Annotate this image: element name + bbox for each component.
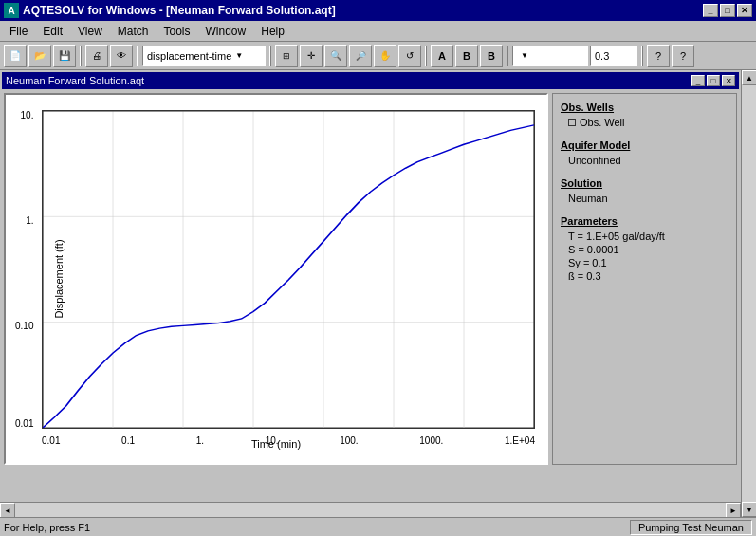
bottom-scrollbar: ◄ ►	[0, 502, 741, 517]
print-preview-button[interactable]: 👁	[110, 45, 133, 67]
menu-file[interactable]: File	[2, 23, 35, 40]
x-tick-1000: 1000.	[419, 435, 443, 446]
y-tick-1: 1.	[26, 215, 33, 226]
info-panel: Obs. Wells Obs. Well Aquifer Model Uncon…	[552, 93, 737, 465]
param-S: S = 0.0001	[568, 244, 728, 255]
scroll-down-button[interactable]: ▼	[742, 502, 756, 517]
window-title: AQTESOLV for Windows - [Neuman Forward S…	[23, 4, 703, 17]
parameters-title: Parameters	[561, 215, 728, 227]
save-button[interactable]: 💾	[53, 45, 76, 67]
status-help-text: For Help, press F1	[4, 522, 630, 533]
param-Sy: Sy = 0.1	[568, 257, 728, 268]
x-tick-01: 0.1	[121, 435, 135, 446]
menu-view[interactable]: View	[70, 23, 110, 40]
y-tick-01: 0.10	[15, 321, 33, 331]
help2-button[interactable]: ?	[672, 45, 694, 67]
maximize-button[interactable]: □	[720, 4, 735, 17]
param-dropdown-arrow-icon: ▼	[521, 51, 528, 60]
window-controls: _ □ ✕	[703, 4, 752, 17]
solution-title: Solution	[561, 177, 728, 189]
param-T: T = 1.E+05 gal/day/ft	[568, 231, 728, 242]
label-b2-button[interactable]: B	[480, 45, 503, 67]
obs-well-label: Obs. Well	[580, 117, 624, 128]
main-content: Displacement (ft) Time (min) 10. 1. 0.10…	[0, 89, 741, 469]
right-scrollbar: ▲ ▼	[741, 70, 756, 517]
zoom-out-button[interactable]: 🔎	[349, 45, 372, 67]
obs-well-item: Obs. Well	[568, 117, 728, 128]
new-button[interactable]: 📄	[4, 45, 27, 67]
pan-button[interactable]: ✋	[374, 45, 396, 67]
param-beta: ß = 0.3	[568, 270, 728, 282]
scroll-track-vertical[interactable]	[742, 85, 756, 502]
help-button[interactable]: ?	[647, 45, 670, 67]
title-bar: A AQTESOLV for Windows - [Neuman Forward…	[0, 0, 756, 21]
inner-close-button[interactable]: ✕	[722, 75, 735, 86]
solution-value: Neuman	[568, 193, 728, 204]
aquifer-model-title: Aquifer Model	[561, 139, 728, 151]
toolbar: 📄 📂 💾 🖨 👁 displacement-time ▼ ⊞ ✛ 🔍 🔎 ✋ …	[0, 42, 756, 70]
app-icon: A	[4, 3, 19, 18]
scroll-track-horizontal[interactable]	[15, 503, 726, 517]
open-button[interactable]: 📂	[28, 45, 51, 67]
scroll-right-button[interactable]: ►	[726, 503, 741, 518]
menu-edit[interactable]: Edit	[35, 23, 70, 40]
scroll-up-button[interactable]: ▲	[742, 70, 756, 85]
inner-window-title: Neuman Forward Solution.aqt	[6, 75, 144, 86]
print-button[interactable]: 🖨	[85, 45, 108, 67]
plot-type-dropdown[interactable]: displacement-time ▼	[142, 46, 266, 66]
inner-title-bar: Neuman Forward Solution.aqt _ □ ✕	[2, 72, 739, 89]
toolbar-separator-1	[80, 46, 82, 66]
plot-type-value: displacement-time	[147, 50, 231, 62]
grid-button[interactable]: ⊞	[275, 45, 298, 67]
minimize-button[interactable]: _	[703, 4, 718, 17]
crosshair-button[interactable]: ✛	[300, 45, 323, 67]
param-dropdown[interactable]: ▼	[512, 46, 588, 66]
obs-wells-title: Obs. Wells	[561, 102, 728, 113]
scroll-left-button[interactable]: ◄	[0, 503, 15, 518]
toolbar-separator-5	[507, 46, 508, 66]
x-tick-1e4: 1.E+04	[505, 435, 535, 446]
aquifer-model-value: Unconfined	[568, 155, 728, 166]
chart-wrapper: Displacement (ft) Time (min) 10. 1. 0.10…	[13, 102, 539, 455]
obs-well-square-icon	[568, 119, 576, 126]
x-tick-10: 10.	[266, 435, 279, 446]
status-right-text: Pumping Test Neuman	[638, 522, 744, 533]
menu-help[interactable]: Help	[253, 23, 292, 40]
y-tick-10: 10.	[21, 110, 34, 120]
menu-match[interactable]: Match	[110, 23, 157, 40]
x-tick-001: 0.01	[42, 435, 60, 446]
chart-container: Displacement (ft) Time (min) 10. 1. 0.10…	[4, 93, 548, 465]
status-right-panel: Pumping Test Neuman	[630, 520, 752, 535]
toolbar-separator-4	[425, 46, 427, 66]
inner-maximize-button[interactable]: □	[707, 75, 720, 86]
zoom-in-button[interactable]: 🔍	[324, 45, 347, 67]
menu-window[interactable]: Window	[198, 23, 254, 40]
toolbar-separator-2	[137, 46, 138, 66]
dropdown-arrow-icon: ▼	[235, 51, 243, 60]
menu-tools[interactable]: Tools	[157, 23, 198, 40]
menu-bar: File Edit View Match Tools Window Help	[0, 21, 756, 42]
status-bar: For Help, press F1 Pumping Test Neuman	[0, 517, 756, 536]
label-b-button[interactable]: B	[455, 45, 478, 67]
inner-window-controls: _ □ ✕	[691, 75, 735, 86]
toolbar-separator-6	[641, 46, 643, 66]
reset-button[interactable]: ↺	[398, 45, 421, 67]
x-tick-1: 1.	[196, 435, 204, 446]
chart-svg	[42, 110, 535, 429]
param-input[interactable]	[590, 46, 637, 66]
y-tick-001: 0.01	[15, 418, 33, 429]
inner-minimize-button[interactable]: _	[691, 75, 705, 86]
x-tick-100: 100.	[340, 435, 358, 446]
toolbar-separator-3	[269, 46, 271, 66]
label-a-button[interactable]: A	[431, 45, 453, 67]
close-button[interactable]: ✕	[737, 4, 752, 17]
